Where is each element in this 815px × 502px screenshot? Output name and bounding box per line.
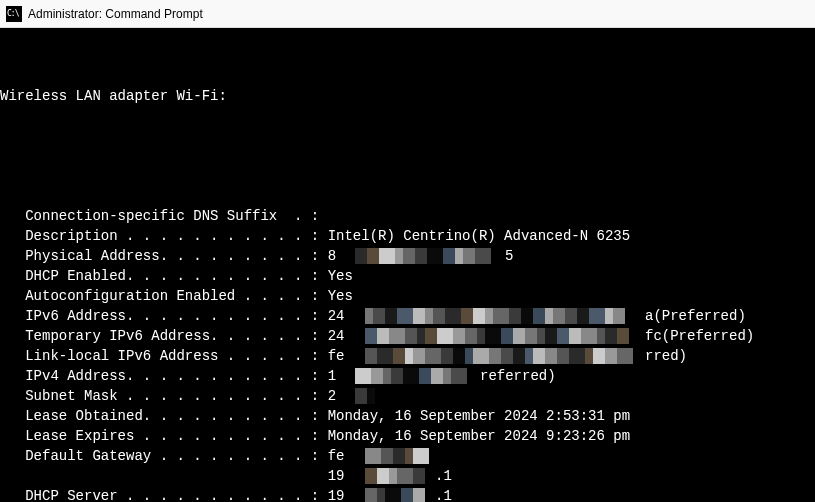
line-value: 24	[328, 308, 345, 324]
line-label: Description . . . . . . . . . . . :	[0, 228, 328, 244]
redacted-region	[355, 388, 375, 404]
output-line: Autoconfiguration Enabled . . . . : Yes	[0, 286, 815, 306]
line-suffix: fc(Preferred)	[645, 326, 754, 346]
redacted-region	[365, 308, 625, 324]
redacted-region	[365, 448, 429, 464]
line-label: DHCP Server . . . . . . . . . . . :	[0, 488, 328, 502]
line-suffix: .1	[435, 486, 452, 502]
redacted-region	[365, 488, 425, 502]
output-line: DHCP Enabled. . . . . . . . . . . : Yes	[0, 266, 815, 286]
output-line: IPv6 Address. . . . . . . . . . . : 24a(…	[0, 306, 815, 326]
redacted-region	[365, 328, 629, 344]
line-label: Connection-specific DNS Suffix . :	[0, 208, 319, 224]
line-label: Temporary IPv6 Address. . . . . . :	[0, 328, 328, 344]
output-line: Connection-specific DNS Suffix . :	[0, 206, 815, 226]
window-title: Administrator: Command Prompt	[28, 7, 203, 21]
line-value: 1	[328, 368, 336, 384]
line-label: Lease Expires . . . . . . . . . . :	[0, 428, 328, 444]
output-line: 19.1	[0, 466, 815, 486]
line-suffix: 5	[505, 246, 513, 266]
output-line: Lease Expires . . . . . . . . . . : Mond…	[0, 426, 815, 446]
line-suffix: a(Preferred)	[645, 306, 746, 326]
blank-line	[0, 146, 815, 166]
line-suffix: rred)	[645, 346, 687, 366]
output-line: IPv4 Address. . . . . . . . . . . : 1ref…	[0, 366, 815, 386]
line-label: Link-local IPv6 Address . . . . . :	[0, 348, 328, 364]
line-label: IPv6 Address. . . . . . . . . . . :	[0, 308, 328, 324]
line-label: Autoconfiguration Enabled . . . . :	[0, 288, 328, 304]
line-label: DHCP Enabled. . . . . . . . . . . :	[0, 268, 328, 284]
line-value: fe	[328, 348, 345, 364]
output-line: Subnet Mask . . . . . . . . . . . : 2	[0, 386, 815, 406]
output-line: Link-local IPv6 Address . . . . . : ferr…	[0, 346, 815, 366]
line-label: Physical Address. . . . . . . . . :	[0, 248, 328, 264]
output-line: Physical Address. . . . . . . . . : 85	[0, 246, 815, 266]
line-value: 8	[328, 248, 336, 264]
line-value: fe	[328, 448, 345, 464]
line-label	[0, 468, 328, 484]
terminal-output: Wireless LAN adapter Wi-Fi: Connection-s…	[0, 28, 815, 502]
line-value: Monday, 16 September 2024 2:53:31 pm	[328, 408, 630, 424]
output-line: Temporary IPv6 Address. . . . . . : 24fc…	[0, 326, 815, 346]
redacted-region	[355, 248, 491, 264]
output-line: Default Gateway . . . . . . . . . : fe	[0, 446, 815, 466]
line-label: IPv4 Address. . . . . . . . . . . :	[0, 368, 328, 384]
line-value: 2	[328, 388, 336, 404]
line-label: Subnet Mask . . . . . . . . . . . :	[0, 388, 328, 404]
output-line: Lease Obtained. . . . . . . . . . : Mond…	[0, 406, 815, 426]
cmd-icon: C:\	[6, 6, 22, 22]
adapter-header: Wireless LAN adapter Wi-Fi:	[0, 86, 815, 106]
line-value: Yes	[328, 288, 353, 304]
redacted-region	[355, 368, 467, 384]
line-value: 19	[328, 468, 345, 484]
redacted-region	[365, 468, 425, 484]
line-label: Lease Obtained. . . . . . . . . . :	[0, 408, 328, 424]
line-value: Yes	[328, 268, 353, 284]
line-label: Default Gateway . . . . . . . . . :	[0, 448, 328, 464]
window-titlebar[interactable]: C:\ Administrator: Command Prompt	[0, 0, 815, 28]
line-value: Intel(R) Centrino(R) Advanced-N 6235	[328, 228, 630, 244]
output-line: DHCP Server . . . . . . . . . . . : 19.1	[0, 486, 815, 502]
line-value: 24	[328, 328, 345, 344]
output-line: Description . . . . . . . . . . . : Inte…	[0, 226, 815, 246]
line-value: Monday, 16 September 2024 9:23:26 pm	[328, 428, 630, 444]
line-value: 19	[328, 488, 345, 502]
line-suffix: .1	[435, 466, 452, 486]
redacted-region	[365, 348, 633, 364]
line-suffix: referred)	[480, 366, 556, 386]
